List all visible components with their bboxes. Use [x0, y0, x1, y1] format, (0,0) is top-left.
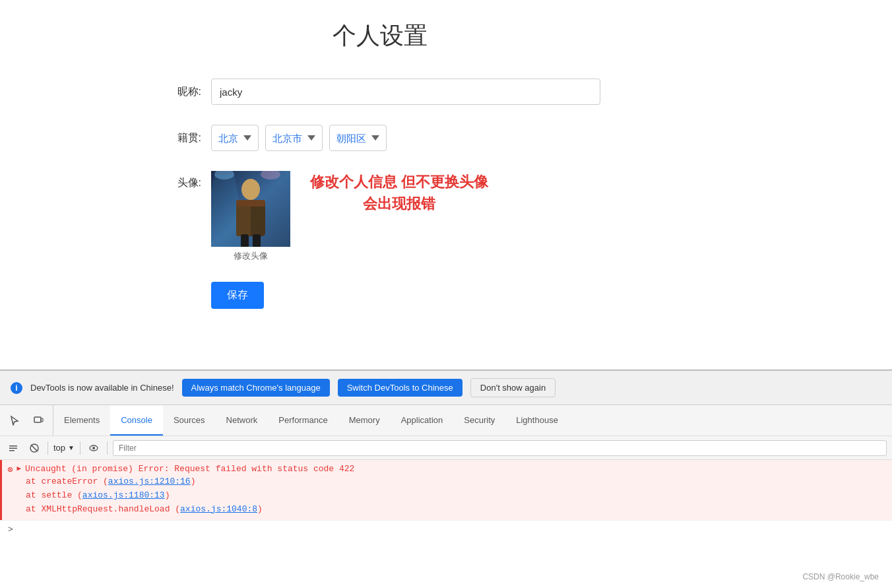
cursor-icon[interactable] — [5, 411, 24, 430]
stack-link-1[interactable]: axios.js:1210:16 — [108, 476, 191, 486]
prompt-icon: > — [8, 525, 13, 535]
save-row: 保存 — [40, 282, 852, 309]
error-stack-trace: at createError (axios.js:1210:16) at set… — [7, 475, 884, 516]
nickname-row: 昵称: — [40, 79, 852, 105]
svg-rect-14 — [9, 450, 15, 451]
tab-console[interactable]: Console — [110, 405, 163, 436]
tab-network[interactable]: Network — [216, 405, 269, 436]
tab-performance[interactable]: Performance — [268, 405, 338, 436]
error-icon: ⊗ — [7, 464, 13, 475]
devtools-notification: i DevTools is now available in Chinese! … — [0, 370, 892, 405]
console-filter-input[interactable] — [113, 440, 887, 456]
tab-sources[interactable]: Sources — [163, 405, 216, 436]
district-select[interactable]: 朝阳区 — [329, 125, 387, 151]
city-select[interactable]: 北京市 — [265, 125, 323, 151]
always-match-language-button[interactable]: Always match Chrome's language — [182, 379, 330, 397]
tab-application[interactable]: Application — [391, 405, 454, 436]
svg-line-16 — [31, 445, 38, 451]
tab-memory[interactable]: Memory — [338, 405, 391, 436]
svg-rect-8 — [241, 234, 249, 247]
console-output: ⊗ ▶ Uncaught (in promise) Error: Request… — [0, 460, 892, 554]
notification-text: DevTools is now available in Chinese! — [30, 383, 174, 393]
svg-point-4 — [241, 179, 260, 200]
nickname-input[interactable] — [211, 79, 600, 105]
devtools-panel: i DevTools is now available in Chinese! … — [0, 370, 892, 554]
stack-link-2[interactable]: axios.js:1180:13 — [82, 490, 165, 500]
device-icon[interactable] — [29, 411, 48, 430]
stack-line-3: at XMLHttpRequest.handleLoad (axios.js:1… — [26, 503, 884, 517]
tab-lighthouse[interactable]: Lighthouse — [505, 405, 569, 436]
hometown-row: 籍贯: 北京 北京市 朝阳区 — [40, 125, 852, 151]
dont-show-again-button[interactable]: Don't show again — [470, 378, 556, 397]
svg-rect-12 — [9, 445, 17, 447]
avatar-image — [211, 171, 290, 247]
save-button[interactable]: 保存 — [211, 282, 264, 309]
console-prompt: > — [0, 520, 892, 539]
error-annotation: 修改个人信息 但不更换头像 会出现报错 — [310, 171, 488, 214]
console-error-main: ⊗ ▶ Uncaught (in promise) Error: Request… — [7, 464, 884, 475]
top-selector[interactable]: top ▼ — [53, 443, 75, 453]
devtools-tabs-bar: Elements Console Sources Network Perform… — [0, 405, 892, 436]
svg-rect-9 — [253, 234, 261, 247]
eye-icon[interactable] — [86, 440, 102, 456]
hometown-selects: 北京 北京市 朝阳区 — [211, 125, 387, 151]
console-toolbar: top ▼ — [0, 436, 892, 460]
page-title: 个人设置 — [0, 20, 852, 52]
nickname-label: 昵称: — [40, 85, 211, 99]
tab-security[interactable]: Security — [453, 405, 505, 436]
avatar-container: 修改头像 — [211, 171, 290, 262]
avatar-label: 头像: — [40, 171, 211, 190]
console-divider2 — [80, 441, 80, 455]
hometown-label: 籍贯: — [40, 131, 211, 145]
province-select[interactable]: 北京 — [211, 125, 259, 151]
stack-link-3[interactable]: axios.js:1040:8 — [180, 504, 257, 514]
stack-line-2: at settle (axios.js:1180:13) — [26, 489, 884, 503]
console-divider — [48, 441, 48, 455]
svg-rect-7 — [236, 200, 265, 207]
avatar-row: 头像: — [40, 171, 852, 262]
tab-elements[interactable]: Elements — [53, 405, 110, 436]
console-clear-button[interactable] — [5, 440, 21, 456]
watermark: CSDN @Rookie_wbe — [802, 572, 879, 581]
devtools-toolbar-icons — [0, 405, 53, 436]
console-error-entry: ⊗ ▶ Uncaught (in promise) Error: Request… — [0, 460, 892, 520]
console-divider3 — [107, 441, 108, 455]
svg-rect-10 — [34, 417, 41, 422]
console-block-button[interactable] — [26, 440, 42, 456]
info-icon: i — [11, 382, 22, 394]
avatar-section: 修改头像 修改个人信息 但不更换头像 会出现报错 — [211, 171, 488, 262]
switch-to-chinese-button[interactable]: Switch DevTools to Chinese — [338, 379, 462, 397]
expand-icon[interactable]: ▶ — [16, 464, 21, 473]
svg-rect-13 — [9, 447, 17, 449]
svg-rect-11 — [41, 418, 43, 422]
avatar-change-label[interactable]: 修改头像 — [211, 250, 290, 262]
stack-line-1: at createError (axios.js:1210:16) — [26, 475, 884, 489]
svg-point-18 — [92, 447, 95, 449]
error-main-text: Uncaught (in promise) Error: Request fai… — [25, 464, 354, 474]
